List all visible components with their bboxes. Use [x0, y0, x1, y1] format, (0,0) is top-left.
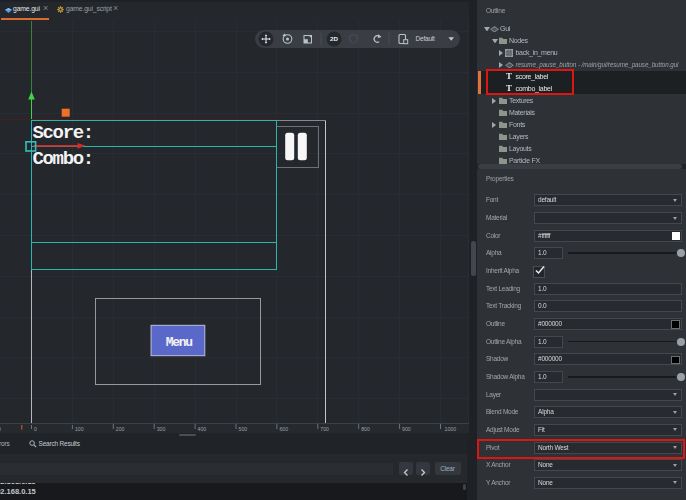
- svg-text:400: 400: [198, 426, 207, 432]
- svg-text:600: 600: [279, 426, 288, 432]
- svg-text:200: 200: [116, 426, 125, 432]
- svg-text:100: 100: [75, 426, 84, 432]
- svg-text:800: 800: [361, 426, 370, 432]
- svg-text:1000: 1000: [445, 426, 457, 432]
- svg-text:700: 700: [320, 426, 329, 432]
- svg-text:-100: -100: [0, 426, 1, 432]
- svg-text:Combo:: Combo:: [33, 148, 93, 170]
- svg-text:Score:: Score:: [33, 122, 93, 144]
- svg-text:Default: Default: [416, 35, 436, 42]
- svg-text:900: 900: [402, 426, 411, 432]
- svg-text:500: 500: [239, 426, 248, 432]
- svg-text:Menu: Menu: [166, 335, 193, 350]
- svg-text:300: 300: [157, 426, 166, 432]
- svg-text:2D: 2D: [330, 35, 338, 42]
- svg-text:0: 0: [34, 426, 37, 432]
